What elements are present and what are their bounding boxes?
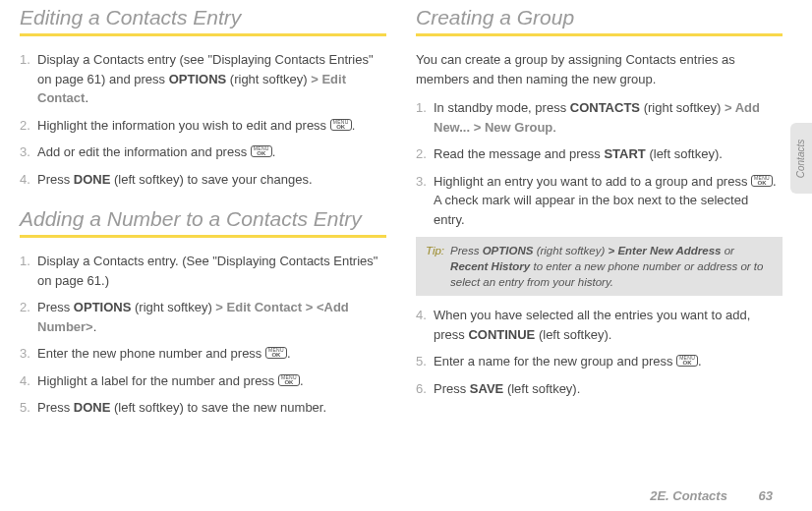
footer-page: 63 [759, 488, 773, 503]
step: 1.Display a Contacts entry. (See "Displa… [37, 252, 386, 290]
step: 2.Read the message and press START (left… [434, 144, 783, 164]
steps-group-a: 1.In standby mode, press CONTACTS (right… [416, 98, 783, 229]
rule [416, 33, 783, 36]
step: 1.In standby mode, press CONTACTS (right… [434, 98, 783, 137]
menu-ok-icon: MENUOK [278, 374, 300, 386]
heading-editing: Editing a Contacts Entry [20, 5, 386, 29]
steps-adding: 1.Display a Contacts entry. (See "Displa… [20, 252, 386, 418]
rule [20, 235, 386, 238]
rule [20, 33, 386, 36]
intro-text: You can create a group by assigning Cont… [416, 50, 783, 88]
heading-group: Creating a Group [416, 5, 783, 29]
side-tab: Contacts [790, 123, 812, 194]
steps-group-b: 4.When you have selected all the entries… [416, 306, 783, 398]
page-footer: 2E. Contacts 63 [650, 488, 773, 503]
menu-ok-icon: MENUOK [330, 119, 352, 131]
tip-label: Tip: [426, 243, 444, 290]
side-tab-label: Contacts [796, 139, 807, 177]
step: 6.Press SAVE (left softkey). [434, 379, 783, 399]
step: 1.Display a Contacts entry (see "Display… [37, 50, 386, 108]
menu-ok-icon: MENUOK [751, 175, 773, 187]
step: 2.Highlight the information you wish to … [37, 116, 386, 136]
step: 2.Press OPTIONS (right softkey) > Edit C… [37, 298, 386, 336]
step: 3.Add or edit the information and press … [37, 142, 386, 162]
step: 4.Highlight a label for the number and p… [37, 371, 386, 391]
step: 3.Enter the new phone number and press M… [37, 344, 386, 364]
step: 3.Highlight an entry you want to add to … [434, 172, 783, 230]
step: 4.Press DONE (left softkey) to save your… [37, 170, 386, 190]
step: 5.Press DONE (left softkey) to save the … [37, 398, 386, 418]
tip-body: Press OPTIONS (right softkey) > Enter Ne… [450, 243, 773, 290]
heading-adding: Adding a Number to a Contacts Entry [20, 206, 386, 231]
steps-editing: 1.Display a Contacts entry (see "Display… [20, 50, 386, 189]
step: 5.Enter a name for the new group and pre… [434, 352, 783, 371]
menu-ok-icon: MENUOK [676, 355, 698, 367]
step: 4.When you have selected all the entries… [434, 306, 783, 344]
footer-section: 2E. Contacts [650, 488, 727, 503]
menu-ok-icon: MENUOK [265, 347, 287, 359]
left-column: Editing a Contacts Entry 1.Display a Con… [20, 5, 386, 426]
tip-box: Tip: Press OPTIONS (right softkey) > Ent… [416, 237, 783, 296]
right-column: Creating a Group You can create a group … [416, 5, 783, 426]
menu-ok-icon: MENUOK [251, 145, 272, 157]
